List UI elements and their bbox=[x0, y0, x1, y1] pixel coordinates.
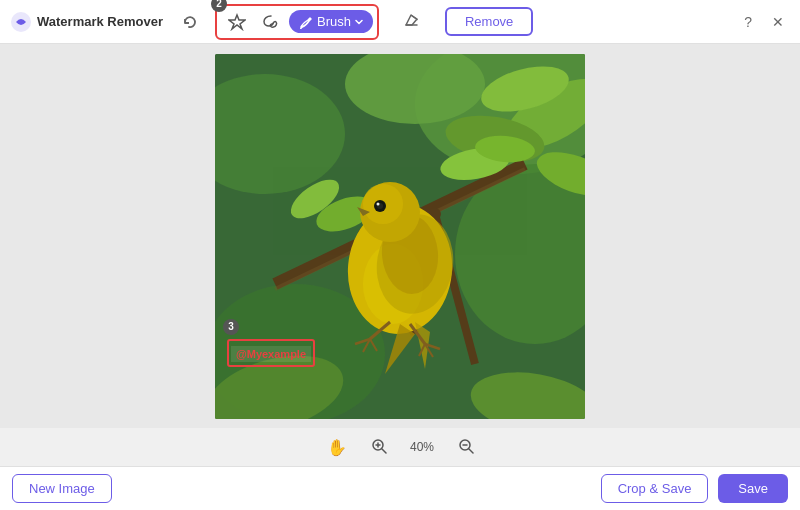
zoom-bar: ✋ 40% bbox=[0, 428, 800, 466]
title-bar: Watermark Remover 2 bbox=[0, 0, 800, 44]
zoom-out-icon bbox=[458, 438, 474, 454]
canvas-area: 3 @Myexample bbox=[0, 44, 800, 428]
title-bar-right: ? ✕ bbox=[738, 10, 790, 34]
selection-tool-button[interactable] bbox=[221, 8, 253, 36]
svg-line-52 bbox=[469, 449, 473, 453]
zoom-out-button[interactable] bbox=[452, 435, 480, 460]
help-button[interactable]: ? bbox=[738, 10, 758, 34]
zoom-in-icon bbox=[371, 438, 387, 454]
brush-dropdown-icon bbox=[355, 18, 363, 26]
new-image-button[interactable]: New Image bbox=[12, 474, 112, 503]
svg-line-3 bbox=[411, 15, 417, 19]
undo-button[interactable] bbox=[177, 10, 203, 34]
brush-label: Brush bbox=[317, 14, 351, 29]
bird-image[interactable]: 3 @Myexample bbox=[215, 54, 585, 419]
zoom-in-button[interactable] bbox=[365, 435, 393, 460]
remove-button[interactable]: Remove bbox=[445, 7, 533, 36]
save-button[interactable]: Save bbox=[718, 474, 788, 503]
bottom-bar: New Image Crop & Save Save bbox=[0, 466, 800, 510]
hand-tool-button[interactable]: ✋ bbox=[321, 435, 353, 460]
title-bar-left: Watermark Remover 2 bbox=[10, 4, 738, 40]
watermark-badge: 3 bbox=[223, 319, 239, 335]
close-button[interactable]: ✕ bbox=[766, 10, 790, 34]
app-logo-icon bbox=[10, 11, 32, 33]
image-container: 3 @Myexample bbox=[215, 54, 585, 419]
hand-icon: ✋ bbox=[327, 439, 347, 456]
svg-line-48 bbox=[382, 449, 386, 453]
app-logo: Watermark Remover bbox=[10, 11, 163, 33]
lasso-tool-button[interactable] bbox=[255, 8, 287, 36]
brush-tool-button[interactable]: Brush bbox=[289, 10, 373, 33]
app-title: Watermark Remover bbox=[37, 14, 163, 29]
eraser-button[interactable] bbox=[395, 6, 429, 38]
watermark-text: @Myexample bbox=[231, 346, 311, 362]
crop-save-button[interactable]: Crop & Save bbox=[601, 474, 709, 503]
zoom-level: 40% bbox=[405, 440, 440, 454]
bottom-right-actions: Crop & Save Save bbox=[601, 474, 788, 503]
tool-group: 2 Brush bbox=[215, 4, 379, 40]
watermark-selection-box[interactable]: 3 @Myexample bbox=[227, 339, 315, 367]
svg-marker-1 bbox=[229, 15, 245, 29]
nav-arrows bbox=[177, 10, 203, 34]
